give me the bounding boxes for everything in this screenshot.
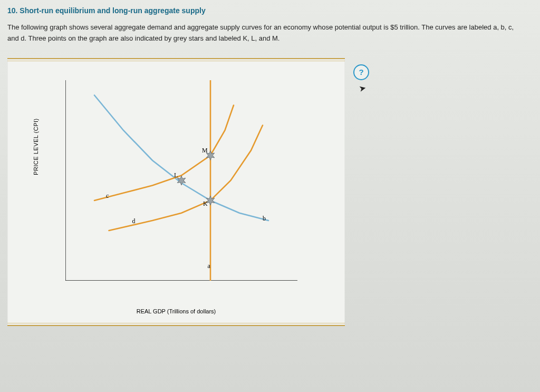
curve-label-d: d bbox=[132, 217, 136, 224]
point-label-K: K bbox=[203, 200, 208, 207]
page: 10. Short-run equilibrium and long-run a… bbox=[0, 0, 540, 392]
point-label-L: L bbox=[174, 171, 178, 179]
curve-label-c: c bbox=[106, 192, 109, 199]
point-label-M: M bbox=[202, 146, 208, 154]
x-axis-label: REAL GDP (Trillions of dollars) bbox=[28, 308, 324, 314]
curve-label-b: b bbox=[263, 215, 266, 222]
y-axis-label: PRICE LEVEL (CPI) bbox=[33, 118, 39, 175]
cursor-icon: ➤ bbox=[358, 82, 367, 93]
chart: PRICE LEVEL (CPI) 2030405060708090100012… bbox=[28, 70, 324, 312]
help-button[interactable]: ? bbox=[353, 64, 369, 80]
chart-card: ? ➤ PRICE LEVEL (CPI) 203040506070809010… bbox=[7, 58, 345, 326]
question-heading: 10. Short-run equilibrium and long-run a… bbox=[7, 6, 533, 15]
curve-b[interactable] bbox=[94, 95, 268, 221]
curve-label-a: a bbox=[208, 262, 211, 270]
chart-axes: 2030405060708090100012345678 abcdKLM bbox=[65, 80, 297, 281]
question-intro: The following graph shows several aggreg… bbox=[7, 22, 524, 44]
